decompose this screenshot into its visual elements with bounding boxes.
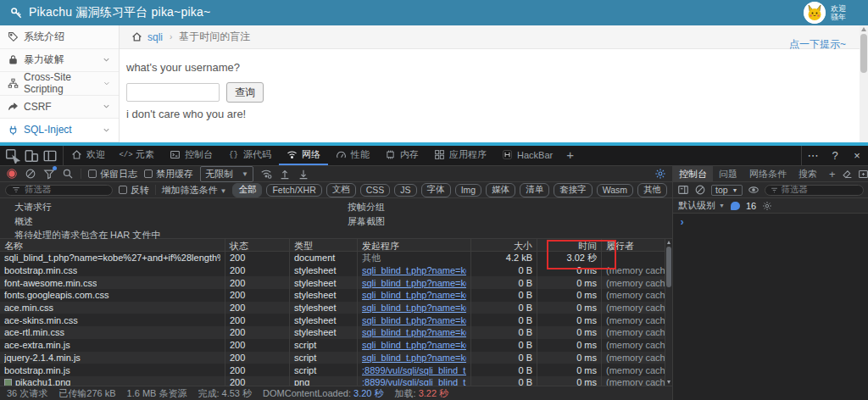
table-row[interactable]: sqli_blind_t.php?name=kobe%27+and+if%28l… xyxy=(0,252,665,264)
initiator-link[interactable]: sqli_blind_t.php?name=kobe%2 xyxy=(362,303,466,313)
initiator-link[interactable]: :8899/vul/sqli/sqli_blind_t.ph xyxy=(362,377,466,386)
initiator-link[interactable]: sqli_blind_t.php?name=kobe%2 xyxy=(362,340,466,350)
import-har-icon[interactable] xyxy=(279,168,291,180)
table-row[interactable]: ace-skins.min.css200stylesheetsqli_blind… xyxy=(0,314,665,326)
console-filter-input[interactable]: 筛选器 xyxy=(765,185,864,196)
scrollbar-thumb[interactable] xyxy=(666,247,671,287)
filter-chip--[interactable]: 套接字 xyxy=(554,183,593,197)
username-input[interactable] xyxy=(126,83,220,102)
initiator-link[interactable]: sqli_blind_t.php?name=kobe%2 xyxy=(362,353,466,363)
close-icon[interactable]: × xyxy=(846,149,868,162)
initiator-link[interactable]: sqli_blind_t.php?name=kobe%2 xyxy=(362,265,466,275)
export-har-icon[interactable] xyxy=(298,168,309,180)
column-header-发起程序[interactable]: 发起程序 xyxy=(358,239,471,251)
filter-chip-img[interactable]: Img xyxy=(455,184,482,197)
scroll-down-arrow[interactable] xyxy=(667,381,670,384)
devtools-tab--[interactable]: 内存 xyxy=(377,146,426,165)
network-conditions-icon[interactable] xyxy=(260,168,272,180)
search-icon[interactable] xyxy=(62,168,74,180)
device-toolbar-icon[interactable] xyxy=(22,148,41,164)
table-scrollbar[interactable] xyxy=(665,239,672,386)
filter-chip--[interactable]: 媒体 xyxy=(486,183,515,197)
sidebar-item--[interactable]: 暴力破解 xyxy=(0,49,119,73)
option-checkbox-概述[interactable]: 概述 xyxy=(10,215,33,228)
filter-chip-js[interactable]: JS xyxy=(394,184,416,197)
invert-checkbox[interactable]: 反转 xyxy=(119,184,149,197)
sidebar-item--[interactable]: 系统介绍 xyxy=(0,25,119,49)
query-button[interactable]: 查询 xyxy=(226,82,264,103)
clear-console-icon[interactable] xyxy=(694,184,706,196)
initiator-link[interactable]: :8899/vul/sqli/sqli_blind_t.ph xyxy=(362,365,466,375)
table-row[interactable]: pikachu1.png200png:8899/vul/sqli/sqli_bl… xyxy=(0,376,665,386)
log-level-select[interactable]: 默认级别▼ xyxy=(678,199,725,212)
disable-cache-checkbox[interactable]: 禁用缓存 xyxy=(144,168,193,181)
sidebar-item-cross-site-scripting[interactable]: Cross-Site Scripting xyxy=(0,72,119,96)
filter-chip-fetch-xhr[interactable]: Fetch/XHR xyxy=(266,184,321,197)
column-header-类型[interactable]: 类型 xyxy=(290,239,358,251)
sidebar-item-sql-inject[interactable]: SQL-Inject xyxy=(0,119,119,142)
filter-icon[interactable] xyxy=(43,168,55,180)
help-icon[interactable]: ? xyxy=(824,149,846,162)
scroll-up-arrow[interactable] xyxy=(667,241,670,244)
column-header-大小[interactable]: 大小 xyxy=(471,239,537,251)
scroll-up-arrow[interactable] xyxy=(861,27,866,31)
column-header-时间[interactable]: 时间 xyxy=(537,239,602,251)
console-sidebar-icon[interactable] xyxy=(677,184,689,196)
console-settings-gear-icon[interactable] xyxy=(762,201,772,211)
devtools-tab--[interactable]: 性能 xyxy=(328,146,377,165)
initiator-link[interactable]: sqli_blind_t.php?name=kobe%2 xyxy=(362,315,466,325)
more-tabs-button[interactable]: + xyxy=(560,146,580,165)
drawer-tab--[interactable]: 问题 xyxy=(713,166,743,181)
table-row[interactable]: ace-extra.min.js200scriptsqli_blind_t.ph… xyxy=(0,339,665,352)
option-checkbox-大请求行[interactable]: 大请求行 xyxy=(10,201,52,214)
messages-bubble-icon[interactable] xyxy=(731,202,740,210)
devtools-tab--[interactable]: {}源代码 xyxy=(220,146,279,165)
initiator-link[interactable]: sqli_blind_t.php?name=kobe%2 xyxy=(362,327,466,337)
page-scrollbar[interactable] xyxy=(860,25,868,142)
avatar[interactable] xyxy=(804,2,826,24)
home-icon[interactable] xyxy=(131,31,142,42)
initiator-link[interactable]: sqli_blind_t.php?name=kobe%2 xyxy=(362,278,466,288)
sidebar-item-csrf[interactable]: CSRF xyxy=(0,96,119,119)
option-checkbox-按帧分组[interactable]: 按帧分组 xyxy=(343,201,385,214)
table-row[interactable]: ace-rtl.min.css200stylesheetsqli_blind_t… xyxy=(0,326,665,339)
drawer-tab--[interactable]: 网络条件 xyxy=(743,166,793,181)
more-options-icon[interactable]: ⋯ xyxy=(802,149,824,162)
devtools-tab-hackbar[interactable]: HackBar xyxy=(494,146,560,165)
column-header-履行者[interactable]: 履行者 xyxy=(602,239,665,251)
table-row[interactable]: bootstrap.min.js200script:8899/vul/sqli/… xyxy=(0,364,665,376)
preserve-log-checkbox[interactable]: 保留日志 xyxy=(88,168,137,181)
devtools-tab--[interactable]: 控制台 xyxy=(162,146,220,165)
table-row[interactable]: ace.min.css200stylesheetsqli_blind_t.php… xyxy=(0,302,665,314)
eraser-icon[interactable] xyxy=(842,169,853,180)
option-checkbox-屏幕截图[interactable]: 屏幕截图 xyxy=(343,215,385,228)
breadcrumb-section-link[interactable]: sqli xyxy=(147,31,163,43)
throttling-select[interactable]: 无限制▼ xyxy=(200,166,253,182)
column-header-名称[interactable]: 名称 xyxy=(0,239,225,251)
activity-bar-icon[interactable] xyxy=(41,148,59,164)
filter-chip--[interactable]: 文档 xyxy=(326,183,356,197)
drawer-tab--[interactable]: 搜索 xyxy=(793,166,823,181)
drawer-more-tabs-button[interactable]: + xyxy=(823,166,842,181)
console-prompt[interactable]: › xyxy=(673,214,868,232)
devtools-tab--[interactable]: </>元素 xyxy=(113,146,162,165)
table-row[interactable]: bootstrap.min.css200stylesheetsqli_blind… xyxy=(0,264,665,277)
network-settings-gear-icon[interactable] xyxy=(654,168,666,180)
inspect-icon[interactable] xyxy=(3,148,22,164)
table-row[interactable]: font-awesome.min.css200stylesheetsqli_bl… xyxy=(0,276,665,289)
eye-icon[interactable] xyxy=(748,184,760,196)
context-selector[interactable]: top▼ xyxy=(711,185,743,196)
more-filters-button[interactable]: 增加筛选条件 ▼ xyxy=(161,184,226,197)
column-header-状态[interactable]: 状态 xyxy=(225,239,290,251)
drawer-tab--[interactable]: 控制台 xyxy=(673,166,713,181)
initiator-link[interactable]: sqli_blind_t.php?name=kobe%2 xyxy=(362,290,466,300)
scrollbar-thumb[interactable] xyxy=(860,34,867,73)
network-filter-input[interactable]: 筛选器 xyxy=(5,185,113,196)
expand-panel-icon[interactable] xyxy=(858,169,868,180)
filter-chip-css[interactable]: CSS xyxy=(360,184,391,197)
devtools-tab--[interactable]: 应用程序 xyxy=(426,146,494,165)
filter-chip--[interactable]: 全部 xyxy=(232,183,262,197)
devtools-tab--[interactable]: 欢迎 xyxy=(64,146,113,165)
filter-chip-wasm[interactable]: Wasm xyxy=(597,184,633,197)
filter-chip--[interactable]: 清单 xyxy=(520,183,549,197)
